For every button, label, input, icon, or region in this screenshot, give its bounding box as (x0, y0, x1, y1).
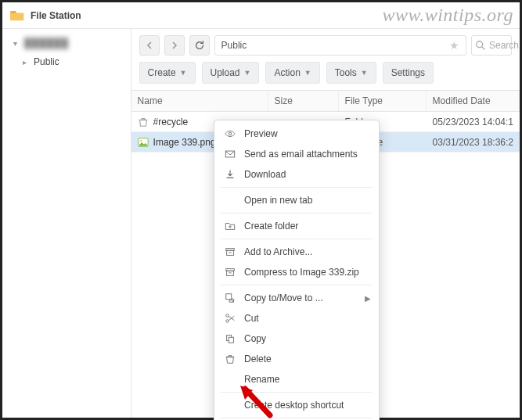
menu-separator (221, 418, 373, 418)
download-icon (224, 168, 236, 181)
col-size[interactable]: Size (268, 91, 339, 111)
copy-move-icon (224, 292, 236, 304)
submenu-arrow-icon: ▶ (365, 294, 371, 303)
compress-icon (224, 266, 236, 278)
chevron-down-icon: ▼ (244, 69, 251, 77)
eye-icon (224, 127, 236, 140)
blank-icon (224, 194, 236, 206)
menu-create-folder[interactable]: Create folder (214, 216, 379, 236)
trash-icon (138, 117, 149, 127)
sidebar-item-label: ██████ (24, 38, 69, 48)
image-icon (138, 137, 149, 148)
file-name: #recycle (153, 117, 189, 127)
upload-button[interactable]: Upload▼ (202, 62, 260, 84)
caret-right-icon: ▸ (23, 58, 29, 66)
menu-cut[interactable]: Cut (214, 308, 379, 328)
nav-back-button[interactable] (139, 35, 160, 56)
svg-line-1 (482, 47, 485, 50)
col-name[interactable]: Name (131, 91, 268, 111)
chevron-down-icon: ▼ (361, 69, 368, 77)
menu-separator (221, 392, 373, 393)
svg-point-13 (226, 320, 229, 323)
svg-point-0 (477, 41, 483, 48)
menu-separator (221, 187, 373, 188)
navigation-bar: Public ★ Search (131, 35, 520, 56)
svg-rect-12 (226, 294, 232, 300)
nav-forward-button[interactable] (164, 35, 185, 56)
search-icon (475, 40, 486, 51)
file-date: 05/23/2023 14:04:1 (427, 117, 520, 127)
settings-button[interactable]: Settings (383, 62, 434, 84)
menu-open-new-tab[interactable]: Open in new tab (214, 190, 379, 210)
action-button[interactable]: Action▼ (265, 62, 319, 84)
menu-separator (221, 213, 373, 214)
menu-rename[interactable]: Rename (214, 369, 379, 389)
menu-download[interactable]: Download (214, 164, 379, 185)
svg-rect-16 (229, 337, 233, 343)
context-menu: Preview Send as email attachments Downlo… (214, 120, 380, 420)
menu-separator (221, 285, 373, 285)
refresh-button[interactable] (189, 35, 210, 56)
column-headers: Name Size File Type Modified Date (131, 90, 520, 112)
menu-delete[interactable]: Delete (214, 349, 379, 369)
title-bar: File Station (2, 2, 520, 29)
archive-icon (224, 246, 236, 258)
svg-point-4 (229, 132, 232, 135)
sidebar-item-root[interactable]: ▾ ██████ (2, 34, 131, 52)
svg-rect-5 (225, 151, 234, 157)
menu-desktop-shortcut[interactable]: Create desktop shortcut (214, 395, 379, 415)
svg-point-14 (226, 314, 229, 318)
menu-compress[interactable]: Compress to Image 339.zip (214, 262, 379, 282)
search-placeholder: Search (489, 40, 519, 51)
folder-icon (10, 9, 24, 22)
caret-down-icon: ▾ (13, 39, 20, 48)
col-modified[interactable]: Modified Date (427, 91, 520, 111)
path-bar[interactable]: Public ★ (214, 35, 466, 56)
tools-button[interactable]: Tools▼ (326, 62, 376, 84)
file-date: 03/31/2023 18:36:2 (427, 137, 520, 148)
search-input[interactable]: Search (471, 35, 512, 56)
menu-separator (221, 239, 373, 239)
folder-plus-icon (224, 220, 236, 232)
sidebar-item-public[interactable]: ▸ Public (2, 52, 131, 71)
svg-point-3 (140, 140, 142, 142)
copy-icon (224, 332, 236, 345)
toolbar: Create▼ Upload▼ Action▼ Tools▼ Settings (131, 56, 520, 90)
chevron-down-icon: ▼ (180, 69, 187, 77)
create-button[interactable]: Create▼ (139, 62, 196, 84)
blank-icon (224, 399, 236, 411)
menu-add-archive[interactable]: Add to Archive... (214, 242, 379, 262)
chevron-down-icon: ▼ (304, 69, 311, 77)
envelope-icon (224, 148, 236, 160)
favorite-star-icon[interactable]: ★ (449, 39, 459, 52)
scissors-icon (224, 312, 236, 325)
app-title: File Station (31, 10, 81, 21)
blank-icon (224, 373, 236, 386)
col-type[interactable]: File Type (339, 91, 427, 111)
sidebar-item-label: Public (34, 56, 59, 67)
menu-copy[interactable]: Copy (214, 328, 379, 349)
file-name: Image 339.png (153, 137, 216, 148)
sidebar: ▾ ██████ ▸ Public (2, 29, 131, 418)
path-text: Public (221, 40, 247, 51)
trash-icon (224, 353, 236, 365)
menu-send-email[interactable]: Send as email attachments (214, 144, 379, 164)
menu-copy-move[interactable]: Copy to/Move to ... ▶ (214, 288, 379, 308)
menu-preview[interactable]: Preview (214, 124, 379, 144)
